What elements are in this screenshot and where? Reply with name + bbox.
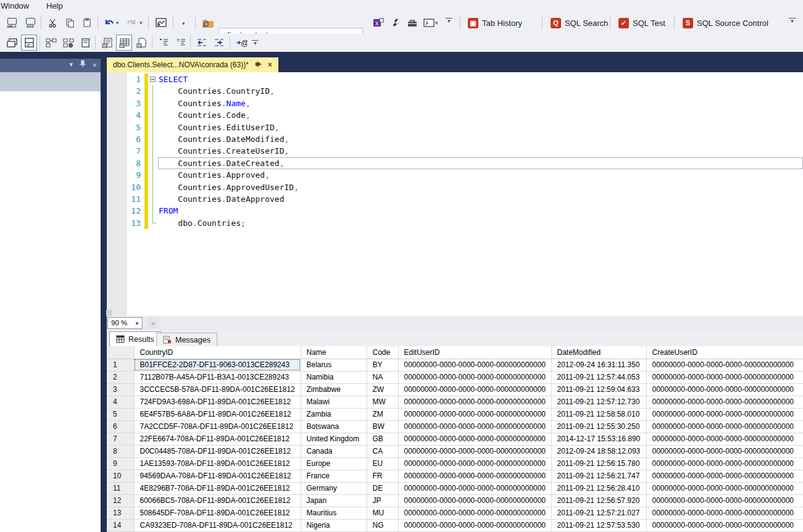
toolbar-grip[interactable] bbox=[459, 17, 462, 28]
cell-name[interactable]: Europe bbox=[301, 457, 367, 470]
cell-name[interactable]: Japan bbox=[301, 494, 367, 507]
cell-edituserid[interactable]: 00000000-0000-0000-0000-000000000000 bbox=[398, 383, 551, 396]
cell-name[interactable]: Zimbabwe bbox=[301, 383, 367, 396]
row-number-cell[interactable]: 14 bbox=[107, 519, 134, 531]
cut-icon[interactable] bbox=[44, 15, 60, 31]
cell-name[interactable]: Namibia bbox=[301, 371, 367, 383]
code-text[interactable]: Countries.DateModified, bbox=[158, 133, 803, 145]
code-text[interactable]: Countries.Code, bbox=[158, 109, 803, 121]
cell-edituserid[interactable]: 00000000-0000-0000-0000-000000000000 bbox=[398, 507, 551, 519]
cell-code[interactable]: CA bbox=[367, 445, 398, 457]
cell-datemodified[interactable]: 2011-09-21 12:56:28.410 bbox=[551, 482, 646, 494]
tab-messages[interactable]: Messages bbox=[156, 333, 217, 346]
cell-countryid[interactable]: 94569DAA-708A-DF11-89DA-001C26EE1812 bbox=[134, 470, 301, 482]
cell-countryid[interactable]: 7112B07B-A45A-DF11-B3A1-0013CE289243 bbox=[134, 371, 301, 383]
results-table[interactable]: CountryIDNameCodeEditUserIDDateModifiedC… bbox=[107, 346, 803, 532]
cell-edituserid[interactable]: 00000000-0000-0000-0000-000000000000 bbox=[398, 445, 551, 457]
tab-history-button[interactable]: ▣ Tab History bbox=[463, 15, 527, 30]
cell-datemodified[interactable]: 2014-12-17 15:53:16.890 bbox=[551, 433, 646, 445]
code-line-10[interactable]: 10 Countries.ApprovedUserID, bbox=[127, 181, 803, 193]
cell-createuserid[interactable]: 00000000-0000-0000-0000-000000000000 bbox=[646, 507, 803, 519]
cell-countryid[interactable]: B01FFCE2-2D87-DF11-9063-0013CE289243 bbox=[134, 359, 301, 371]
cell-datemodified[interactable]: 2011-09-21 12:58:58.010 bbox=[551, 408, 646, 420]
document-tab[interactable]: dbo.Clients.Select...NOVA\conrada (63))*… bbox=[107, 57, 278, 72]
sql-search-button[interactable]: Q SQL Search bbox=[546, 15, 613, 30]
cell-edituserid[interactable]: 00000000-0000-0000-0000-000000000000 bbox=[398, 420, 551, 433]
cell-code[interactable]: MU bbox=[367, 507, 398, 519]
cell-createuserid[interactable]: 00000000-0000-0000-0000-000000000000 bbox=[646, 383, 803, 396]
sql-test-button[interactable]: ✓ SQL Test bbox=[614, 15, 670, 30]
cell-datemodified[interactable]: 2011-09-21 12:56:21.747 bbox=[551, 470, 646, 482]
cell-countryid[interactable]: 508645DF-708A-DF11-89DA-001C26EE1812 bbox=[134, 507, 301, 519]
chart-icon[interactable] bbox=[153, 15, 169, 31]
row-number-cell[interactable]: 8 bbox=[107, 445, 134, 457]
close-icon[interactable]: × bbox=[268, 60, 272, 69]
column-header-createuserid[interactable]: CreateUserID bbox=[646, 346, 803, 359]
cell-createuserid[interactable]: 00000000-0000-0000-0000-000000000000 bbox=[646, 396, 803, 408]
cell-datemodified[interactable]: 2011-09-21 12:57:53.530 bbox=[551, 519, 646, 531]
code-line-5[interactable]: 5 Countries.EditUserID, bbox=[127, 122, 803, 133]
cell-countryid[interactable]: 4E8296B7-708A-DF11-89DA-001C26EE1812 bbox=[134, 482, 301, 494]
cell-edituserid[interactable]: 00000000-0000-0000-0000-000000000000 bbox=[398, 371, 551, 383]
code-text[interactable]: Countries.EditUserID, bbox=[158, 122, 803, 133]
menu-window[interactable]: Window bbox=[0, 0, 33, 12]
results-grid-icon[interactable]: 01 bbox=[116, 35, 132, 51]
code-text[interactable]: Countries.CreateUserID, bbox=[158, 145, 803, 157]
console-dropdown-icon[interactable]: ▾ bbox=[435, 20, 438, 26]
cell-countryid[interactable]: D0C04485-708A-DF11-89DA-001C26EE1812 bbox=[134, 445, 301, 457]
wrench-icon[interactable] bbox=[388, 15, 404, 31]
grid-corner-cell[interactable] bbox=[107, 346, 134, 359]
cell-countryid[interactable]: 22FE6674-708A-DF11-89DA-001C26EE1812 bbox=[134, 433, 301, 445]
cell-name[interactable]: Canada bbox=[301, 445, 367, 457]
cell-name[interactable]: Mauritius bbox=[301, 507, 367, 519]
sql-code-editor[interactable]: 1SELECT2 Countries.CountryID,3 Countries… bbox=[107, 72, 803, 316]
chevron-down-icon[interactable]: ▾ bbox=[69, 60, 73, 69]
column-header-edituserid[interactable]: EditUserID bbox=[398, 346, 551, 359]
cell-code[interactable]: JP bbox=[367, 494, 398, 507]
cell-code[interactable]: ZM bbox=[367, 408, 398, 420]
row-number-cell[interactable]: 4 bbox=[107, 396, 134, 408]
code-line-12[interactable]: 12FROM bbox=[127, 205, 803, 217]
sql-source-control-button[interactable]: S SQL Source Control bbox=[678, 15, 773, 30]
cell-createuserid[interactable]: 00000000-0000-0000-0000-000000000000 bbox=[646, 359, 803, 371]
hscroll-left-arrow[interactable]: ◄ bbox=[147, 317, 158, 329]
sidebar-content[interactable] bbox=[0, 91, 101, 532]
cell-datemodified[interactable]: 2011-09-21 12:57:44.053 bbox=[551, 371, 646, 383]
results-grid[interactable]: CountryIDNameCodeEditUserIDDateModifiedC… bbox=[107, 346, 803, 532]
cell-countryid[interactable]: 724FD9A3-698A-DF11-89DA-001C26EE1812 bbox=[134, 396, 301, 408]
cell-edituserid[interactable]: 00000000-0000-0000-0000-000000000000 bbox=[398, 396, 551, 408]
code-line-9[interactable]: 9 Countries.Approved, bbox=[127, 169, 803, 181]
row-number-cell[interactable]: 6 bbox=[107, 420, 134, 433]
pin-icon[interactable] bbox=[79, 60, 86, 68]
row-number-cell[interactable]: 7 bbox=[107, 433, 134, 445]
cell-createuserid[interactable]: 00000000-0000-0000-0000-000000000000 bbox=[646, 457, 803, 470]
menu-help[interactable]: Help bbox=[42, 0, 67, 12]
cell-datemodified[interactable]: 2011-09-21 12:56:15.780 bbox=[551, 457, 646, 470]
cell-countryid[interactable]: 60066BC5-708A-DF11-89DA-001C26EE1812 bbox=[134, 494, 301, 507]
column-header-datemodified[interactable]: DateModified bbox=[551, 346, 646, 359]
code-line-1[interactable]: 1SELECT bbox=[127, 73, 803, 85]
tab-results[interactable]: Results bbox=[109, 331, 161, 346]
cell-code[interactable]: EU bbox=[367, 457, 398, 470]
cell-datemodified[interactable]: 2011-09-21 12:55:30.250 bbox=[551, 420, 646, 433]
code-text[interactable]: Countries.DateCreated, bbox=[158, 157, 803, 169]
cell-countryid[interactable]: 6E4F57B5-6A8A-DF11-89DA-001C26EE1812 bbox=[134, 408, 301, 420]
cell-edituserid[interactable]: 00000000-0000-0000-0000-000000000000 bbox=[398, 482, 551, 494]
redo-dropdown-icon[interactable]: ▾ bbox=[139, 20, 143, 26]
row-number-cell[interactable]: 10 bbox=[107, 470, 134, 482]
sidebar-titlebar[interactable]: ▾ × bbox=[0, 59, 101, 72]
dropdown-icon[interactable]: ▾ bbox=[182, 20, 185, 27]
close-icon[interactable]: × bbox=[92, 60, 97, 70]
toolbar-overflow-icon[interactable]: ▾ bbox=[446, 18, 452, 24]
cell-name[interactable]: Nigeria bbox=[301, 519, 367, 531]
cell-countryid[interactable]: 7A2CCD5F-708A-DF11-89DA-001C26EE1812 bbox=[134, 420, 301, 433]
cell-name[interactable]: Zambia bbox=[301, 408, 367, 420]
cell-code[interactable]: BW bbox=[367, 420, 398, 433]
row-number-cell[interactable]: 12 bbox=[107, 494, 134, 507]
cell-countryid[interactable]: CA9323ED-708A-DF11-89DA-001C26EE1812 bbox=[134, 519, 301, 531]
code-line-6[interactable]: 6 Countries.DateModified, bbox=[127, 133, 803, 145]
split-pane-icon[interactable] bbox=[21, 35, 37, 51]
redo-icon[interactable] bbox=[123, 15, 139, 31]
cell-code[interactable]: FR bbox=[367, 470, 398, 482]
cell-datemodified[interactable]: 2012-09-24 18:58:12.093 bbox=[551, 445, 646, 457]
